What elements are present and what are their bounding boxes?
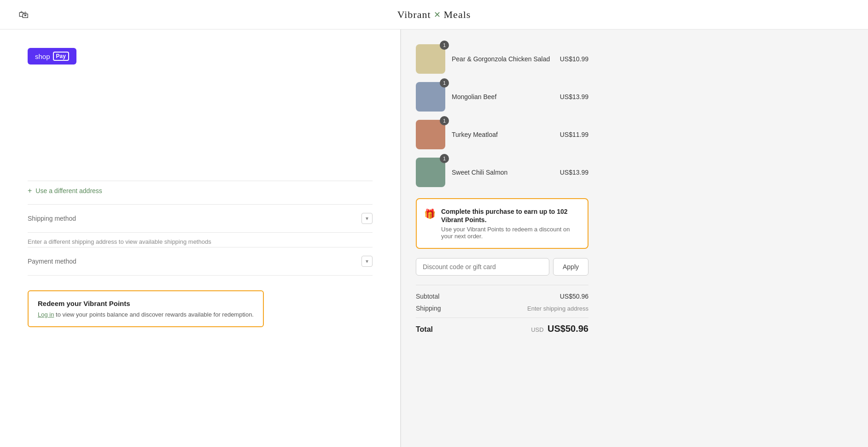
item-info: Turkey Meatloaf bbox=[452, 130, 553, 139]
order-item: 1 Pear & Gorgonzola Chicken Salad US$10.… bbox=[416, 44, 588, 74]
item-info: Mongolian Beef bbox=[452, 93, 553, 101]
order-item: 1 Sweet Chili Salmon US$13.99 bbox=[416, 158, 588, 187]
discount-row: Apply bbox=[416, 258, 588, 276]
shop-pay-shop-text: shop bbox=[35, 53, 50, 60]
item-info: Pear & Gorgonzola Chicken Salad bbox=[452, 55, 553, 63]
logo-separator: ✕ bbox=[434, 10, 441, 20]
item-name: Mongolian Beef bbox=[452, 93, 496, 100]
use-different-address-link[interactable]: + Use a different address bbox=[28, 181, 373, 200]
order-item: 1 Mongolian Beef US$13.99 bbox=[416, 82, 588, 112]
logo-text-right: Meals bbox=[444, 9, 471, 21]
shipping-label: Shipping bbox=[416, 305, 441, 312]
item-price: US$10.99 bbox=[560, 55, 588, 63]
item-image-wrap: 1 bbox=[416, 120, 445, 149]
item-quantity-badge: 1 bbox=[440, 78, 449, 88]
payment-method-row[interactable]: Payment method ▾ bbox=[28, 247, 373, 276]
item-quantity-badge: 1 bbox=[440, 41, 449, 50]
vibrant-points-bold: Complete this purchase to earn up to 102… bbox=[441, 208, 568, 224]
payment-method-chevron-icon: ▾ bbox=[361, 256, 373, 267]
gift-icon: 🎁 bbox=[424, 208, 436, 219]
subtotal-row: Subtotal US$50.96 bbox=[416, 293, 588, 300]
item-image bbox=[416, 120, 445, 149]
shipping-info-text: Enter a different shipping address to vi… bbox=[28, 233, 373, 247]
right-panel: 1 Pear & Gorgonzola Chicken Salad US$10.… bbox=[401, 29, 603, 447]
vibrant-points-promo-box: 🎁 Complete this purchase to earn up to 1… bbox=[416, 198, 588, 249]
item-name: Sweet Chili Salmon bbox=[452, 169, 507, 176]
item-name: Turkey Meatloaf bbox=[452, 131, 498, 138]
item-info: Sweet Chili Salmon bbox=[452, 168, 553, 176]
total-value: US$50.96 bbox=[548, 323, 588, 334]
item-quantity-badge: 1 bbox=[440, 116, 449, 125]
total-currency: USD bbox=[531, 326, 543, 333]
item-image-wrap: 1 bbox=[416, 158, 445, 187]
redeem-vibrant-points-box: Redeem your Vibrant Points Log in to vie… bbox=[28, 290, 264, 327]
cart-icon[interactable]: 🛍 bbox=[18, 9, 29, 21]
order-item: 1 Turkey Meatloaf US$11.99 bbox=[416, 120, 588, 149]
total-label: Total bbox=[416, 325, 433, 334]
item-price: US$13.99 bbox=[560, 169, 588, 176]
item-image-wrap: 1 bbox=[416, 82, 445, 112]
apply-button[interactable]: Apply bbox=[553, 258, 588, 276]
vibrant-points-text: Complete this purchase to earn up to 102… bbox=[441, 207, 580, 240]
header: 🛍 Vibrant ✕ Meals bbox=[0, 0, 868, 29]
payment-method-label: Payment method bbox=[28, 258, 76, 265]
total-value-group: USD US$50.96 bbox=[531, 323, 588, 334]
logo: Vibrant ✕ Meals bbox=[397, 9, 471, 21]
order-items-list: 1 Pear & Gorgonzola Chicken Salad US$10.… bbox=[416, 44, 588, 187]
address-section bbox=[28, 79, 373, 181]
plus-icon: + bbox=[28, 187, 32, 195]
vibrant-points-sub: Use your Vibrant Points to redeem a disc… bbox=[441, 226, 580, 240]
left-panel: shop Pay + Use a different address Shipp… bbox=[0, 29, 401, 447]
discount-code-input[interactable] bbox=[416, 258, 549, 276]
subtotal-label: Subtotal bbox=[416, 293, 439, 300]
shipping-method-label: Shipping method bbox=[28, 215, 76, 222]
item-image bbox=[416, 44, 445, 74]
shipping-value: Enter shipping address bbox=[527, 305, 588, 312]
redeem-subtitle-rest: to view your points balance and discover… bbox=[54, 311, 254, 318]
redeem-login-link[interactable]: Log in bbox=[38, 311, 54, 318]
item-image bbox=[416, 82, 445, 112]
totals-section: Subtotal US$50.96 Shipping Enter shippin… bbox=[416, 285, 588, 334]
redeem-subtitle: Log in to view your points balance and d… bbox=[38, 311, 254, 318]
item-image bbox=[416, 158, 445, 187]
use-different-address-label: Use a different address bbox=[35, 187, 102, 194]
main-layout: shop Pay + Use a different address Shipp… bbox=[0, 29, 868, 447]
shipping-row: Shipping Enter shipping address bbox=[416, 305, 588, 312]
item-image-wrap: 1 bbox=[416, 44, 445, 74]
shop-pay-button[interactable]: shop Pay bbox=[28, 48, 76, 65]
shop-pay-badge: Pay bbox=[53, 52, 69, 61]
redeem-title: Redeem your Vibrant Points bbox=[38, 300, 254, 307]
shipping-method-chevron-icon: ▾ bbox=[361, 213, 373, 224]
subtotal-value: US$50.96 bbox=[560, 293, 588, 300]
grand-total-row: Total USD US$50.96 bbox=[416, 318, 588, 334]
item-price: US$11.99 bbox=[560, 131, 588, 138]
item-price: US$13.99 bbox=[560, 93, 588, 100]
shipping-method-row[interactable]: Shipping method ▾ bbox=[28, 204, 373, 233]
item-name: Pear & Gorgonzola Chicken Salad bbox=[452, 55, 550, 63]
logo-text-left: Vibrant bbox=[397, 9, 431, 21]
item-quantity-badge: 1 bbox=[440, 154, 449, 163]
